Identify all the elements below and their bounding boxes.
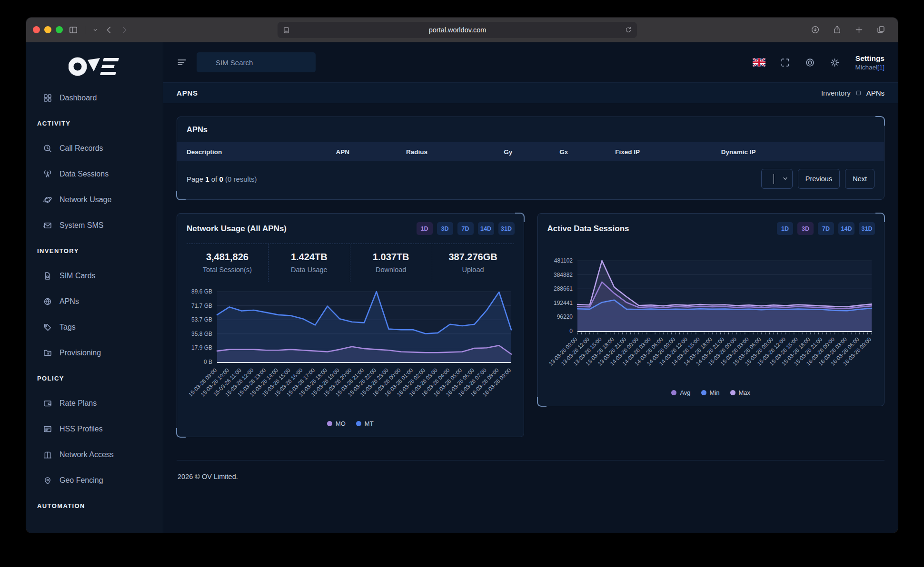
- stat-label: Download: [353, 266, 429, 274]
- settings-label: Settings: [855, 54, 884, 63]
- reload-icon[interactable]: [625, 26, 632, 34]
- legend-item-min[interactable]: Min: [701, 389, 720, 396]
- square-icon: [855, 90, 862, 96]
- legend-item-mt[interactable]: MT: [356, 420, 374, 427]
- stat-download: 1.037TBDownload: [350, 244, 432, 282]
- page-layout-icon[interactable]: [282, 26, 290, 34]
- range-14d-button[interactable]: 14D: [838, 222, 854, 235]
- svg-text:53.7 GB: 53.7 GB: [191, 316, 212, 323]
- geo-fencing-icon: [43, 476, 52, 485]
- legend-label: Max: [739, 389, 751, 396]
- range-7d-button[interactable]: 7D: [457, 222, 474, 235]
- range-7d-button[interactable]: 7D: [818, 222, 834, 235]
- breadcrumb: Inventory APNs: [821, 89, 884, 97]
- uk-flag-icon[interactable]: [753, 58, 765, 67]
- sidebar: DashboardACTIVITYCall RecordsData Sessio…: [26, 42, 163, 533]
- settings-menu[interactable]: Settings Michael[1]: [855, 54, 884, 71]
- back-icon[interactable]: [104, 25, 114, 35]
- main-area: Settings Michael[1] APNS Inventory APNs …: [163, 42, 898, 533]
- network-usage-card: Network Usage (All APNs) 1D3D7D14D31D 3,…: [177, 213, 524, 437]
- page-size-select[interactable]: [761, 169, 793, 189]
- stat-upload: 387.276GBUpload: [432, 244, 514, 282]
- light-mode-icon[interactable]: [830, 58, 840, 68]
- sidebar-item-sim-cards[interactable]: SIM Cards: [26, 263, 163, 289]
- nav-section-automation: AUTOMATION: [26, 493, 163, 518]
- range-1d-button[interactable]: 1D: [777, 222, 793, 235]
- svg-text:384882: 384882: [554, 272, 573, 278]
- share-icon[interactable]: [833, 25, 842, 34]
- active-sessions-card: Active Data Sessions 1D3D7D14D31D 481102…: [537, 213, 885, 406]
- svg-text:89.6 GB: 89.6 GB: [191, 288, 212, 295]
- sidebar-item-provisioning[interactable]: Provisioning: [26, 340, 163, 366]
- target-icon[interactable]: [805, 58, 815, 68]
- page-title-bar: APNS Inventory APNs: [163, 82, 898, 103]
- sidebar-item-network-access[interactable]: Network Access: [26, 442, 163, 468]
- new-tab-icon[interactable]: [854, 25, 864, 34]
- zoom-button[interactable]: [56, 26, 63, 33]
- next-page-button[interactable]: Next: [845, 169, 874, 189]
- range-1d-button[interactable]: 1D: [417, 222, 433, 235]
- previous-page-button[interactable]: Previous: [798, 169, 840, 189]
- active-sessions-title: Active Data Sessions: [547, 224, 629, 234]
- column-header-description[interactable]: Description: [187, 148, 336, 156]
- range-3d-button[interactable]: 3D: [437, 222, 453, 235]
- table-header-row: DescriptionAPNRadiusGyGxFixed IPDynamic …: [177, 142, 884, 161]
- sidebar-item-label: Network Usage: [60, 196, 111, 204]
- url-bar[interactable]: portal.worldov.com: [278, 22, 637, 38]
- sim-cards-icon: [43, 271, 52, 281]
- forward-icon[interactable]: [119, 25, 129, 35]
- nav-section-activity: ACTIVITY: [26, 111, 163, 136]
- menu-toggle-button[interactable]: [177, 57, 187, 68]
- sidebar-item-rate-plans[interactable]: Rate Plans: [26, 391, 163, 416]
- legend-item-max[interactable]: Max: [730, 389, 751, 396]
- app-frame: DashboardACTIVITYCall RecordsData Sessio…: [26, 42, 898, 533]
- browser-titlebar: portal.worldov.com: [26, 18, 898, 42]
- legend-item-avg[interactable]: Avg: [671, 389, 690, 396]
- toolbar-chevron-down-icon[interactable]: [92, 27, 99, 33]
- column-header-fixed-ip[interactable]: Fixed IP: [615, 148, 721, 156]
- tab-overview-icon[interactable]: [876, 25, 885, 34]
- network-usage-chart: 89.6 GB71.7 GB53.7 GB35.8 GB17.9 GB0 B15…: [187, 285, 514, 419]
- column-header-radius[interactable]: Radius: [406, 148, 504, 156]
- usage-stats-row: 3,481,826Total Session(s)1.424TBData Usa…: [187, 244, 514, 282]
- download-icon[interactable]: [811, 25, 820, 34]
- legend-item-mo[interactable]: MO: [327, 420, 346, 427]
- svg-text:481102: 481102: [554, 257, 573, 264]
- minimize-button[interactable]: [44, 26, 51, 33]
- sidebar-item-geo-fencing[interactable]: Geo Fencing: [26, 468, 163, 493]
- sidebar-toggle-icon[interactable]: [69, 25, 78, 35]
- sim-search-input[interactable]: [197, 52, 316, 72]
- sidebar-item-label: SIM Cards: [60, 272, 96, 280]
- dashboard-icon: [43, 93, 52, 103]
- column-header-gx[interactable]: Gx: [559, 148, 615, 156]
- sidebar-item-apns[interactable]: APNs: [26, 289, 163, 314]
- network-usage-legend: MOMT: [177, 419, 524, 430]
- fullscreen-icon[interactable]: [780, 58, 790, 68]
- range-14d-button[interactable]: 14D: [478, 222, 494, 235]
- active-sessions-chart: 48110238488228866119244196220013-03-26 0…: [547, 254, 874, 388]
- column-header-apn[interactable]: APN: [336, 148, 406, 156]
- brand-logo[interactable]: [26, 42, 163, 78]
- sidebar-item-call-records[interactable]: Call Records: [26, 136, 163, 161]
- stat-value: 3,481,826: [189, 252, 265, 263]
- sidebar-item-label: Tags: [60, 323, 76, 332]
- range-31d-button[interactable]: 31D: [859, 222, 875, 235]
- column-header-gy[interactable]: Gy: [504, 148, 559, 156]
- sidebar-item-tags[interactable]: Tags: [26, 314, 163, 340]
- svg-text:192441: 192441: [554, 300, 573, 306]
- sidebar-item-hss-profiles[interactable]: HSS Profiles: [26, 416, 163, 442]
- column-header-dynamic-ip[interactable]: Dynamic IP: [721, 148, 874, 156]
- sidebar-item-dashboard[interactable]: Dashboard: [26, 85, 163, 111]
- sidebar-item-system-sms[interactable]: System SMS: [26, 213, 163, 238]
- range-31d-button[interactable]: 31D: [498, 222, 515, 235]
- range-3d-button[interactable]: 3D: [797, 222, 814, 235]
- breadcrumb-parent[interactable]: Inventory: [821, 89, 851, 97]
- legend-dot-icon: [356, 421, 361, 426]
- svg-text:35.8 GB: 35.8 GB: [191, 331, 212, 337]
- sidebar-item-data-sessions[interactable]: Data Sessions: [26, 161, 163, 187]
- close-button[interactable]: [33, 26, 40, 33]
- sidebar-item-label: Provisioning: [60, 349, 101, 357]
- sidebar-item-network-usage[interactable]: Network Usage: [26, 187, 163, 213]
- header-icons: [753, 58, 840, 68]
- svg-text:0: 0: [570, 328, 573, 334]
